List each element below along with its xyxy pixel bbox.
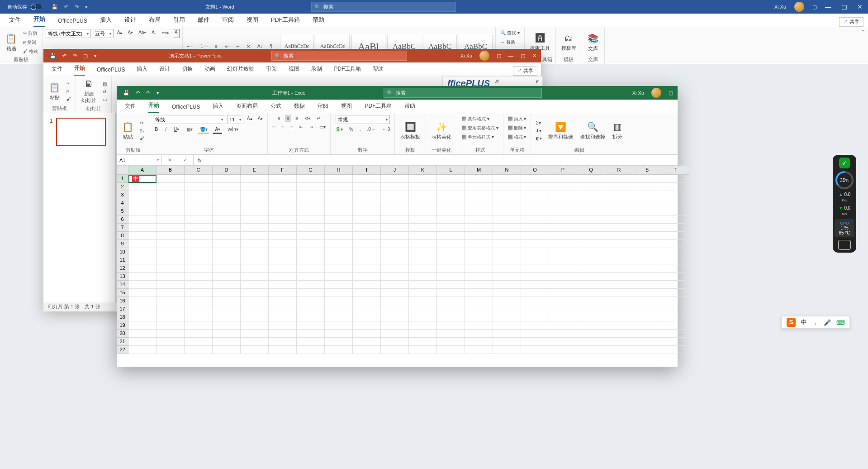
paste-button[interactable]: 📋粘贴 bbox=[46, 81, 63, 102]
row-header-20[interactable]: 20 bbox=[117, 330, 128, 338]
ime-punct[interactable]: ， bbox=[812, 318, 818, 326]
shrink-font-icon[interactable]: A▾ bbox=[126, 29, 135, 38]
row-header-7[interactable]: 7 bbox=[117, 224, 128, 232]
cancel-formula-icon[interactable]: ✕ bbox=[168, 157, 172, 163]
cell[interactable] bbox=[605, 338, 633, 346]
cell[interactable] bbox=[465, 313, 493, 321]
cell[interactable] bbox=[185, 264, 213, 273]
keyboard-icon[interactable]: ⌨ bbox=[836, 319, 845, 326]
cell[interactable] bbox=[325, 232, 353, 240]
cell[interactable] bbox=[493, 330, 521, 338]
cell[interactable] bbox=[297, 215, 325, 224]
word-search-input[interactable]: 搜索 bbox=[311, 2, 456, 12]
reset-icon[interactable]: ↺ bbox=[101, 88, 109, 95]
cell[interactable] bbox=[185, 289, 213, 297]
row-header-3[interactable]: 3 bbox=[117, 191, 128, 199]
cell[interactable] bbox=[605, 313, 633, 321]
cell[interactable] bbox=[521, 346, 549, 354]
cell[interactable] bbox=[661, 240, 689, 248]
cell[interactable] bbox=[437, 175, 465, 183]
cell[interactable] bbox=[241, 264, 269, 273]
cell[interactable] bbox=[157, 305, 185, 313]
cell[interactable] bbox=[325, 273, 353, 281]
table-template-button[interactable]: 🔲表格模板 bbox=[398, 120, 423, 141]
cell[interactable] bbox=[213, 199, 241, 207]
undo-icon[interactable]: ↶ bbox=[62, 53, 66, 59]
column-header-P[interactable]: P bbox=[549, 166, 577, 175]
cell[interactable] bbox=[325, 256, 353, 264]
find-button[interactable]: 🔍 查找 ▾ bbox=[498, 29, 522, 37]
cell[interactable] bbox=[128, 240, 157, 248]
maximize-icon[interactable]: ▢ bbox=[521, 53, 525, 59]
cell[interactable] bbox=[549, 297, 577, 305]
cell[interactable] bbox=[633, 330, 661, 338]
align-bottom-icon[interactable]: ≡ bbox=[294, 115, 300, 122]
cell[interactable] bbox=[633, 240, 661, 248]
copy-button[interactable]: ⎘ bbox=[65, 88, 73, 95]
cell[interactable] bbox=[661, 273, 689, 281]
cell[interactable] bbox=[633, 207, 661, 215]
increase-decimal-icon[interactable]: .0→ bbox=[365, 126, 377, 133]
cell-style-button[interactable]: ▦ 单元格样式 ▾ bbox=[460, 133, 496, 141]
cell[interactable] bbox=[521, 199, 549, 207]
cell[interactable] bbox=[241, 215, 269, 224]
cell[interactable] bbox=[633, 248, 661, 256]
ime-toolbar[interactable]: S 中 ， 🎤 ⌨ bbox=[782, 316, 850, 329]
cell[interactable] bbox=[269, 240, 297, 248]
cell[interactable] bbox=[269, 256, 297, 264]
wrap-text-button[interactable]: ↵ bbox=[315, 115, 322, 122]
undo-icon[interactable]: ↶ bbox=[64, 4, 68, 10]
cell[interactable] bbox=[633, 199, 661, 207]
cell[interactable] bbox=[185, 346, 213, 354]
cell[interactable] bbox=[213, 264, 241, 273]
cell[interactable] bbox=[157, 199, 185, 207]
cell[interactable] bbox=[633, 273, 661, 281]
cell[interactable] bbox=[128, 232, 157, 240]
cell[interactable] bbox=[297, 321, 325, 330]
tab-design[interactable]: 设计 bbox=[159, 65, 170, 76]
cell[interactable] bbox=[381, 191, 409, 199]
cell[interactable] bbox=[157, 321, 185, 330]
cell[interactable] bbox=[409, 207, 437, 215]
cell[interactable] bbox=[465, 199, 493, 207]
row-header-22[interactable]: 22 bbox=[117, 346, 128, 354]
grow-font-icon[interactable]: A▴ bbox=[245, 115, 254, 124]
cell[interactable] bbox=[213, 191, 241, 199]
cell[interactable] bbox=[353, 321, 381, 330]
cell[interactable] bbox=[521, 224, 549, 232]
cell[interactable] bbox=[465, 338, 493, 346]
qat-more-icon[interactable]: ▾ bbox=[157, 90, 159, 96]
redo-icon[interactable]: ↷ bbox=[73, 53, 77, 59]
find-select-button[interactable]: 🔍查找和选择 bbox=[578, 120, 608, 141]
cell[interactable] bbox=[185, 224, 213, 232]
cell[interactable] bbox=[157, 273, 185, 281]
cell[interactable] bbox=[269, 313, 297, 321]
tab-officeplus[interactable]: OfficePLUS bbox=[58, 18, 87, 27]
cell[interactable] bbox=[409, 175, 437, 183]
cell[interactable] bbox=[213, 273, 241, 281]
cell[interactable] bbox=[213, 207, 241, 215]
cell[interactable] bbox=[213, 305, 241, 313]
row-header-4[interactable]: 4 bbox=[117, 199, 128, 207]
cell[interactable] bbox=[128, 305, 157, 313]
cell[interactable] bbox=[549, 330, 577, 338]
cell[interactable] bbox=[661, 297, 689, 305]
row-header-1[interactable]: 1 bbox=[117, 175, 128, 183]
cell[interactable] bbox=[605, 330, 633, 338]
cell[interactable] bbox=[381, 346, 409, 354]
cell[interactable] bbox=[325, 248, 353, 256]
table-format-button[interactable]: ▦ 套用表格格式 ▾ bbox=[460, 124, 500, 132]
font-color-button[interactable]: A▾ bbox=[213, 126, 222, 134]
cell[interactable] bbox=[521, 240, 549, 248]
column-header-K[interactable]: K bbox=[409, 166, 437, 175]
column-header-G[interactable]: G bbox=[297, 166, 325, 175]
cell[interactable] bbox=[241, 297, 269, 305]
cell[interactable] bbox=[409, 281, 437, 289]
cell[interactable] bbox=[661, 289, 689, 297]
cell[interactable] bbox=[128, 313, 157, 321]
tab-mailings[interactable]: 邮件 bbox=[198, 16, 209, 27]
cell[interactable] bbox=[577, 305, 605, 313]
cell[interactable] bbox=[297, 183, 325, 191]
cell[interactable] bbox=[465, 346, 493, 354]
cell[interactable] bbox=[381, 215, 409, 224]
